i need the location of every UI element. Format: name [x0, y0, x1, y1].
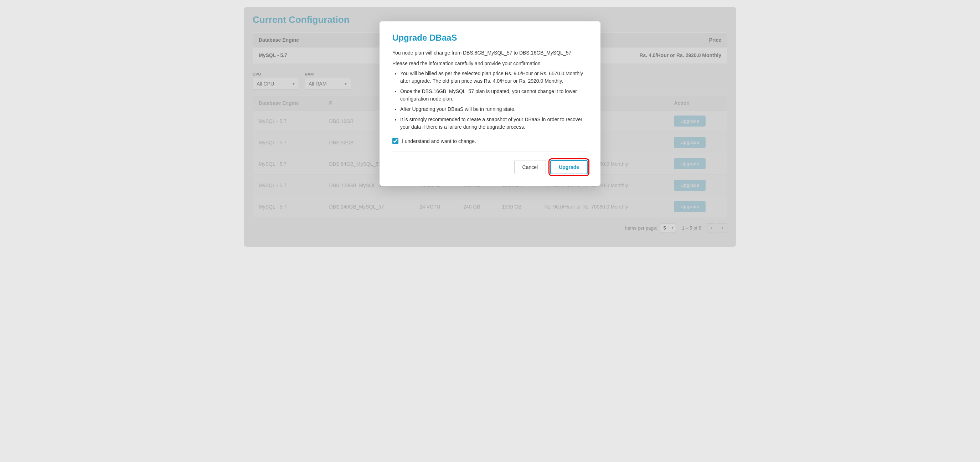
upgrade-modal: Upgrade DBaaS You node plan will change … — [380, 21, 600, 186]
modal-bullet-item: You will be billed as per the selected p… — [400, 70, 588, 85]
modal-instruction: Please read the information carefully an… — [392, 61, 588, 66]
modal-upgrade-button[interactable]: Upgrade — [550, 160, 588, 174]
modal-actions: Cancel Upgrade — [392, 160, 588, 174]
modal-overlay: Upgrade DBaaS You node plan will change … — [244, 7, 736, 247]
page-container: Current Configuration Database Engine Pr… — [244, 7, 736, 247]
understand-label: I understand and want to change. — [402, 138, 476, 144]
modal-title: Upgrade DBaaS — [392, 33, 588, 43]
modal-bullet-item: After Upgrading your DBaaS will be in ru… — [400, 105, 588, 113]
modal-plan-change: You node plan will change from DBS.8GB_M… — [392, 50, 588, 56]
modal-bullet-item: It is strongly recommended to create a s… — [400, 116, 588, 131]
modal-bullet-item: Once the DBS.16GB_MySQL_57 plan is updat… — [400, 88, 588, 103]
understand-checkbox[interactable] — [392, 138, 398, 144]
modal-checkbox-row: I understand and want to change. — [392, 138, 588, 151]
cancel-button[interactable]: Cancel — [514, 160, 546, 174]
modal-bullets-list: You will be billed as per the selected p… — [392, 70, 588, 131]
